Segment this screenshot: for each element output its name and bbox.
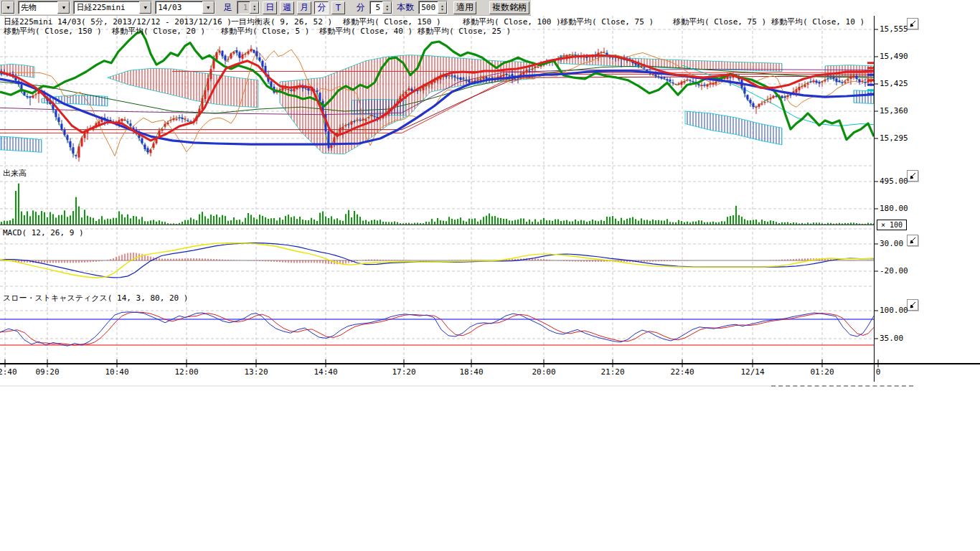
- legend-item: 移動平均( Close, 150 ): [4, 26, 102, 37]
- dropdown-arrow-icon: ▼: [57, 1, 70, 14]
- volume-bars: [0, 184, 875, 225]
- time-tick-label: 12/14: [738, 367, 767, 377]
- value-tick-label: 15,555: [880, 24, 908, 34]
- bar-interval-spinner[interactable]: 1 ▲▼: [237, 1, 260, 14]
- time-tick-label: 21:20: [598, 367, 627, 377]
- time-tick-label: 02:40: [0, 367, 19, 377]
- panel-scale-button-macd[interactable]: [907, 235, 918, 246]
- symbol-select-value: 日経225mini: [74, 2, 139, 13]
- legend-item: 移動平均( Close, 5 ): [221, 26, 309, 37]
- legend-item: 移動平均( Close, 75 ): [560, 17, 654, 27]
- time-tick-label: 13:20: [242, 367, 270, 377]
- toolbar: ▼ 先物 ▼ 日経225mini ▼ 14/03 ▼ 足 1 ▲▼ 日 週 月 …: [0, 0, 531, 16]
- chart-canvas: [0, 16, 980, 408]
- multi-symbol-button[interactable]: 複数銘柄: [489, 1, 529, 14]
- dropdown-arrow-icon: ▼: [139, 1, 151, 14]
- bar-interval-value: 1: [237, 3, 250, 12]
- mini-dropdown[interactable]: ▼: [1, 1, 15, 14]
- value-tick-label: 495.00: [880, 176, 908, 186]
- axis-current-marker: [867, 74, 874, 76]
- period-button-minute[interactable]: 分: [314, 1, 329, 14]
- value-tick-label: 30.00: [880, 239, 903, 248]
- volume-panel-label: 出来高: [3, 168, 27, 179]
- stochastics-plot: [0, 312, 874, 346]
- contract-select[interactable]: 14/03 ▼: [155, 1, 215, 14]
- legend-item: 移動平均( Close, 40 ): [319, 26, 413, 37]
- panel-scale-button-volume[interactable]: [907, 170, 918, 182]
- diagonal-arrow-icon: [909, 20, 916, 27]
- dropdown-arrow-icon: ▼: [2, 1, 14, 14]
- axis-current-marker: [867, 89, 874, 91]
- bar-count-spinner[interactable]: 500 ▲▼: [418, 1, 448, 14]
- minute-spinner-value: 5: [370, 3, 383, 12]
- ichimoku-red-a: [108, 68, 258, 107]
- value-tick-label: 15,360: [880, 106, 908, 116]
- dropdown-arrow-icon: ▼: [202, 1, 215, 14]
- market-select-value: 先物: [19, 2, 57, 13]
- app-window: { "toolbar": { "combo_arrow": "▼", "mark…: [0, 0, 980, 551]
- value-tick-label: 35.00: [880, 334, 903, 343]
- value-tick-label: 180.00: [880, 204, 908, 213]
- minute-label: 分: [357, 1, 365, 14]
- axis-current-marker: [867, 84, 874, 86]
- stoch-panel-label: スロー・ストキャスティクス( 14, 3, 80, 20 ): [3, 293, 188, 303]
- spinner-arrows-icon[interactable]: ▲▼: [438, 1, 447, 14]
- time-tick-label: 01:20: [808, 367, 837, 377]
- legend-item: 移動平均( Close, 10 ): [771, 17, 864, 27]
- spinner-arrows-icon[interactable]: ▲▼: [250, 1, 259, 14]
- bar-count-label: 本数: [397, 1, 414, 14]
- volume-multiplier-badge: × 100: [877, 220, 907, 230]
- value-tick-label: 15,295: [880, 133, 908, 143]
- ichimoku-red-left: [0, 65, 34, 78]
- macd-plot: [0, 243, 874, 278]
- time-tick-label: 14:40: [311, 367, 340, 377]
- bar-count-value: 500: [419, 3, 438, 12]
- panel-scale-button-price[interactable]: [907, 18, 918, 29]
- time-tick-label: 20:00: [529, 367, 558, 377]
- legend-item: 移動平均( Close, 20 ): [112, 26, 205, 37]
- symbol-select[interactable]: 日経225mini ▼: [73, 1, 152, 14]
- value-tick-label: 100.00: [880, 306, 908, 315]
- diagonal-arrow-icon: [909, 237, 916, 244]
- minute-spinner[interactable]: 5 ▲▼: [369, 1, 393, 14]
- contract-select-value: 14/03: [156, 3, 202, 12]
- bottom-edge-dashed[interactable]: [771, 385, 913, 389]
- bottom-edge: [0, 385, 771, 387]
- time-tick-label: 22:40: [668, 367, 697, 377]
- value-tick-label: 15,490: [880, 52, 908, 61]
- apply-button[interactable]: 適用: [453, 1, 476, 14]
- time-tick-label: 18:40: [457, 367, 486, 377]
- period-button-week[interactable]: 週: [280, 1, 294, 14]
- chart-area: 出来高 MACD( 12, 26, 9 ) スロー・ストキャスティクス( 14,…: [0, 16, 980, 408]
- bar-type-label: 足: [224, 1, 232, 14]
- diagonal-arrow-icon: [909, 172, 916, 179]
- market-select[interactable]: 先物 ▼: [18, 1, 70, 14]
- time-tick-label: 0: [864, 367, 892, 377]
- spinner-arrows-icon[interactable]: ▲▼: [382, 1, 392, 14]
- time-tick-label: 10:40: [103, 367, 131, 377]
- value-tick-label: -20.00: [880, 266, 908, 276]
- legend-item: 移動平均( Close, 25 ): [418, 26, 511, 37]
- time-tick-label: 17:20: [390, 367, 418, 377]
- diagonal-arrow-icon: [909, 301, 916, 309]
- stoch-d-line: [0, 312, 874, 345]
- ichimoku-blue-4: [685, 111, 782, 145]
- macd-panel-label: MACD( 12, 26, 9 ): [3, 228, 84, 237]
- panel-scale-button-stoch[interactable]: [907, 299, 918, 311]
- axis-current-marker: [867, 62, 874, 64]
- value-tick-label: 15,425: [880, 79, 908, 88]
- axis-current-marker: [867, 93, 874, 95]
- period-button-day[interactable]: 日: [263, 1, 277, 14]
- axis-current-marker: [867, 67, 874, 69]
- ichimoku-blue-5: [854, 90, 874, 104]
- period-button-tick[interactable]: T: [331, 1, 344, 14]
- legend-item: 移動平均( Close, 75 ): [673, 17, 766, 27]
- period-button-month[interactable]: 月: [297, 1, 311, 14]
- axis-current-marker: [867, 79, 874, 81]
- time-tick-label: 12:00: [172, 367, 201, 377]
- time-tick-label: 09:20: [33, 367, 62, 377]
